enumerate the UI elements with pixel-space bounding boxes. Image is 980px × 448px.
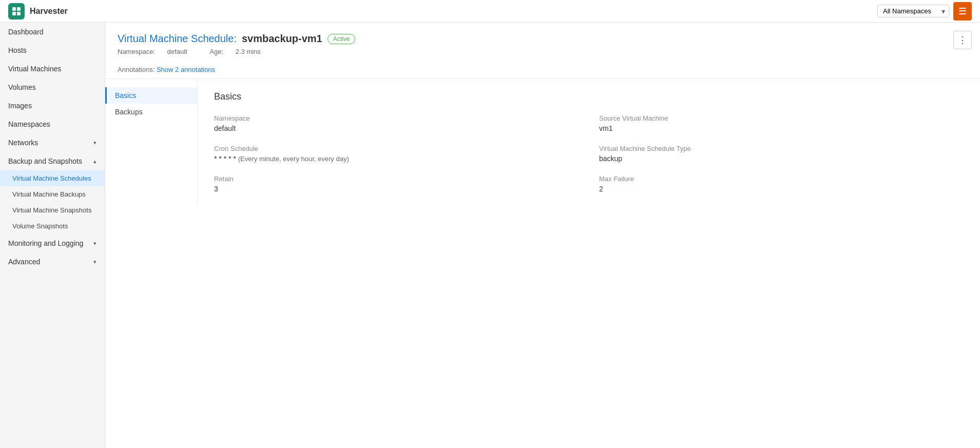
svg-rect-2: [12, 12, 16, 15]
cron-note: (Every minute, every hour, every day): [238, 155, 349, 163]
sidebar-item-vms-label: Virtual Machines: [8, 65, 61, 73]
field-namespace: Namespace default: [214, 114, 579, 132]
main-layout: Dashboard Hosts Virtual Machines Volumes…: [0, 23, 980, 448]
namespace-meta-label: Namespace:: [118, 48, 155, 55]
age-meta-value: 2.3 mins: [236, 48, 261, 55]
sidebar-item-namespaces-label: Namespaces: [8, 120, 50, 128]
field-source-vm: Source Virtual Machine vm1: [599, 114, 964, 132]
sidebar-item-vm-backups[interactable]: Virtual Machine Backups: [0, 186, 105, 202]
field-schedule-type: Virtual Machine Schedule Type backup: [599, 145, 964, 163]
field-max-failure-value: 2: [599, 185, 964, 193]
age-meta-label: Age:: [209, 48, 223, 55]
sidebar-item-vm-schedules[interactable]: Virtual Machine Schedules: [0, 170, 105, 186]
menu-icon: ☰: [958, 6, 967, 17]
page-title-name: svmbackup-vm1: [242, 33, 322, 45]
sidebar-item-dashboard[interactable]: Dashboard: [0, 23, 105, 41]
sidebar-item-backup-label: Backup and Snapshots: [8, 157, 82, 165]
basics-section-title: Basics: [214, 91, 964, 102]
field-cron-schedule-label: Cron Schedule: [214, 145, 579, 152]
app-logo: [8, 3, 25, 20]
sidebar-item-hosts-label: Hosts: [8, 46, 27, 54]
three-dot-icon: ⋮: [958, 34, 967, 46]
field-max-failure: Max Failure 2: [599, 175, 964, 193]
field-max-failure-label: Max Failure: [599, 175, 964, 183]
field-namespace-label: Namespace: [214, 114, 579, 122]
sidebar-item-images-label: Images: [8, 102, 32, 110]
sidebar-item-volume-snapshots-label: Volume Snapshots: [12, 222, 68, 230]
app-title: Harvester: [30, 7, 68, 16]
sidebar-item-images[interactable]: Images: [0, 96, 105, 115]
networks-chevron-icon: ▾: [93, 140, 97, 146]
sidebar-item-advanced-label: Advanced: [8, 258, 40, 266]
detail-nav-basics-label: Basics: [115, 91, 136, 100]
sidebar-item-backup-and-snapshots[interactable]: Backup and Snapshots ▴: [0, 152, 105, 170]
page-header: Virtual Machine Schedule: svmbackup-vm1 …: [105, 23, 980, 79]
annotations-label: Annotations:: [118, 66, 155, 73]
basics-fields-grid: Namespace default Source Virtual Machine…: [214, 114, 964, 193]
svg-rect-1: [17, 7, 21, 11]
sidebar-item-vm-snapshots[interactable]: Virtual Machine Snapshots: [0, 202, 105, 218]
detail-nav-backups[interactable]: Backups: [105, 104, 197, 120]
namespace-meta: Namespace: default: [118, 48, 199, 55]
monitoring-chevron-icon: ▾: [93, 240, 97, 247]
sidebar-item-volumes[interactable]: Volumes: [0, 78, 105, 96]
svg-rect-3: [17, 12, 21, 15]
detail-nav-backups-label: Backups: [115, 108, 143, 116]
detail-nav-basics[interactable]: Basics: [105, 87, 197, 104]
content-area: Virtual Machine Schedule: svmbackup-vm1 …: [105, 23, 980, 448]
sidebar-item-networks-label: Networks: [8, 139, 38, 147]
namespace-select[interactable]: All Namespaces default kube-system: [877, 5, 949, 17]
detail-layout: Basics Backups Basics Namespace default: [105, 79, 980, 205]
menu-icon-button[interactable]: ☰: [953, 2, 972, 21]
sidebar-item-volume-snapshots[interactable]: Volume Snapshots: [0, 218, 105, 234]
detail-content: Basics Namespace default Source Virtual …: [198, 79, 980, 205]
svg-rect-0: [12, 7, 16, 11]
page-title-row: Virtual Machine Schedule: svmbackup-vm1 …: [118, 33, 968, 45]
sidebar-item-volumes-label: Volumes: [8, 83, 36, 91]
sidebar-item-networks[interactable]: Networks ▾: [0, 133, 105, 152]
topbar-right: All Namespaces default kube-system ☰: [877, 2, 972, 21]
sidebar-item-virtual-machines[interactable]: Virtual Machines: [0, 60, 105, 78]
annotations-link[interactable]: Show 2 annotations: [157, 66, 215, 73]
sidebar-item-dashboard-label: Dashboard: [8, 28, 44, 36]
cron-value: * * * * *: [214, 154, 236, 163]
sidebar-item-monitoring[interactable]: Monitoring and Logging ▾: [0, 234, 105, 252]
sidebar-item-vm-backups-label: Virtual Machine Backups: [12, 190, 86, 198]
actions-button[interactable]: ⋮: [953, 31, 972, 49]
sidebar: Dashboard Hosts Virtual Machines Volumes…: [0, 23, 105, 448]
field-source-vm-value: vm1: [599, 124, 964, 132]
backup-chevron-icon: ▴: [93, 158, 97, 165]
annotations-row: Annotations: Show 2 annotations: [118, 61, 968, 79]
field-retain-label: Retain: [214, 175, 579, 183]
advanced-chevron-icon: ▾: [93, 259, 97, 265]
field-cron-schedule-value: * * * * * (Every minute, every hour, eve…: [214, 154, 579, 163]
topbar: Harvester All Namespaces default kube-sy…: [0, 0, 980, 23]
field-schedule-type-label: Virtual Machine Schedule Type: [599, 145, 964, 152]
age-meta: Age: 2.3 mins: [209, 48, 271, 55]
sidebar-item-monitoring-label: Monitoring and Logging: [8, 239, 83, 247]
sidebar-item-vm-snapshots-label: Virtual Machine Snapshots: [12, 206, 91, 214]
namespace-selector-wrapper: All Namespaces default kube-system: [877, 5, 949, 17]
sidebar-item-vm-schedules-label: Virtual Machine Schedules: [12, 174, 91, 182]
sidebar-item-advanced[interactable]: Advanced ▾: [0, 252, 105, 271]
field-cron-schedule: Cron Schedule * * * * * (Every minute, e…: [214, 145, 579, 163]
sidebar-item-namespaces[interactable]: Namespaces: [0, 115, 105, 133]
sidebar-item-hosts[interactable]: Hosts: [0, 41, 105, 60]
field-schedule-type-value: backup: [599, 154, 964, 163]
field-retain: Retain 3: [214, 175, 579, 193]
page-title-prefix: Virtual Machine Schedule:: [118, 33, 237, 45]
status-badge: Active: [328, 34, 356, 44]
field-source-vm-label: Source Virtual Machine: [599, 114, 964, 122]
detail-nav: Basics Backups: [105, 79, 198, 205]
namespace-meta-value: default: [167, 48, 187, 55]
field-namespace-value: default: [214, 124, 579, 132]
page-meta: Namespace: default Age: 2.3 mins: [118, 48, 968, 55]
field-retain-value: 3: [214, 185, 579, 193]
topbar-left: Harvester: [8, 3, 68, 20]
